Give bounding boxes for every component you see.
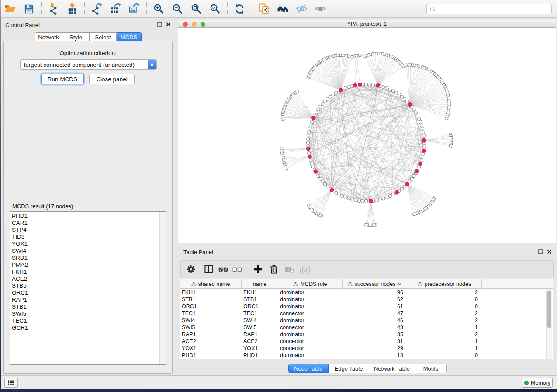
table-settings-icon[interactable] <box>185 263 197 275</box>
mcds-result-item[interactable]: SRD1 <box>10 254 166 261</box>
mcds-result-item[interactable]: TID3 <box>10 234 166 241</box>
column-header-name[interactable]: name <box>242 279 278 289</box>
table-toolbar: f(x) <box>180 260 554 278</box>
cell-shared-name: SWI5 <box>180 324 242 330</box>
mcds-result-item[interactable]: CAR1 <box>10 220 166 227</box>
save-session-icon[interactable] <box>22 2 37 17</box>
mcds-result-item[interactable]: SWI5 <box>10 310 166 317</box>
table-row[interactable]: FKH1FKH1dominator962 <box>180 289 553 296</box>
mcds-result-item[interactable]: PMA2 <box>10 261 166 268</box>
column-header-successor-nodes[interactable]: successor nodes <box>343 279 407 289</box>
close-panel-icon[interactable] <box>547 249 552 254</box>
tab-network[interactable]: Network <box>35 32 62 42</box>
mcds-result-item[interactable]: ORC1 <box>10 289 166 296</box>
table-row[interactable]: ORC1ORC1dominator610 <box>180 303 553 310</box>
cell-shared-name: RAP1 <box>180 331 242 337</box>
network-graph[interactable] <box>178 28 556 243</box>
search-box[interactable] <box>426 4 552 14</box>
mcds-result-item[interactable]: GCR1 <box>10 324 166 331</box>
table-row[interactable]: SWI5SWI5connector431 <box>180 324 553 331</box>
mcds-result-item[interactable]: PHD1 <box>10 213 166 220</box>
table-row[interactable]: STB1STB1dominator620 <box>180 296 553 303</box>
cell-name: TEC1 <box>242 310 278 316</box>
mcds-result-item[interactable]: ACE2 <box>10 275 166 282</box>
cell-predecessor-nodes: 1 <box>407 345 482 351</box>
node-table: shared namenameMCDS rolesuccessor nodesp… <box>180 279 553 359</box>
column-header-predecessor-nodes[interactable]: predecessor nodes <box>407 279 482 289</box>
column-header-MCDS-role[interactable]: MCDS role <box>278 279 343 289</box>
cell-predecessor-nodes: 1 <box>407 324 482 330</box>
tab-node-table[interactable]: Node Table <box>288 364 329 373</box>
mcds-result-list[interactable]: PHD1CAR1STP4TID3YOX1SWI4SRD1PMA2FKH1ACE2… <box>10 211 166 365</box>
close-panel-button[interactable]: Close panel <box>89 74 135 84</box>
mcds-result-item[interactable]: STP4 <box>10 227 166 234</box>
zoom-out-icon[interactable] <box>170 2 185 17</box>
mcds-result-item[interactable]: STB1 <box>10 303 166 310</box>
mcds-result-item[interactable]: FKH1 <box>10 268 166 275</box>
clone-network-icon[interactable] <box>257 2 272 17</box>
add-column-icon[interactable] <box>252 263 264 275</box>
table-row[interactable]: SWI4SWI4dominator462 <box>180 317 553 324</box>
export-network-icon[interactable] <box>90 2 104 17</box>
memory-button[interactable]: Memory <box>522 378 553 388</box>
first-neighbors-icon[interactable] <box>276 2 291 17</box>
zoom-in-icon[interactable] <box>152 2 166 17</box>
tab-motifs[interactable]: Motifs <box>415 364 447 373</box>
tab-style[interactable]: Style <box>62 32 90 42</box>
mcds-result-item[interactable]: STB5 <box>10 282 166 289</box>
control-panel: Control Panel NetworkStyleSelectMCDS Opt… <box>1 18 175 375</box>
cell-MCDS-role: dominator <box>278 331 343 337</box>
cytoscape-window: Control Panel NetworkStyleSelectMCDS Opt… <box>1 0 557 389</box>
split-panel-icon[interactable] <box>203 263 215 275</box>
export-table-icon[interactable] <box>108 2 123 17</box>
show-all-icon[interactable] <box>313 2 328 17</box>
task-history-button[interactable] <box>4 378 18 388</box>
cell-name: ACE2 <box>242 338 278 344</box>
float-panel-icon[interactable] <box>538 249 543 254</box>
cell-shared-name: FKH1 <box>180 289 242 296</box>
select-all-icon[interactable] <box>217 263 229 275</box>
status-bar: Memory <box>1 375 557 389</box>
mcds-result-item[interactable]: YOX1 <box>10 241 166 248</box>
tab-network-table[interactable]: Network Table <box>369 364 415 373</box>
cell-shared-name: PHD1 <box>180 352 242 358</box>
open-session-icon[interactable] <box>3 2 18 17</box>
table-row[interactable]: YOX1YOX1connector291 <box>180 345 553 352</box>
table-scrollbar[interactable] <box>546 289 552 359</box>
control-panel-title: Control Panel <box>5 22 40 28</box>
search-input[interactable] <box>436 5 551 14</box>
deselect-all-icon[interactable] <box>231 263 243 275</box>
export-image-icon[interactable] <box>127 2 142 17</box>
run-mcds-button[interactable]: Run MCDS <box>41 74 84 84</box>
cell-successor-nodes: 96 <box>343 289 407 296</box>
tab-select[interactable]: Select <box>90 32 117 42</box>
refresh-layout-icon[interactable] <box>232 2 247 17</box>
import-table-icon[interactable] <box>65 2 80 17</box>
zoom-fit-icon[interactable] <box>189 2 204 17</box>
tab-mcds[interactable]: MCDS <box>117 32 142 42</box>
close-panel-icon[interactable] <box>166 22 171 27</box>
float-panel-icon[interactable] <box>157 22 162 27</box>
mcds-result-item[interactable]: SWI4 <box>10 248 166 254</box>
cell-successor-nodes: 35 <box>343 331 407 337</box>
mcds-list-scrollbar[interactable] <box>159 212 166 364</box>
table-row[interactable]: PHD1PHD1dominator180 <box>180 352 553 359</box>
list-icon <box>7 380 15 386</box>
table-row[interactable]: RAP1RAP1dominator352 <box>180 331 553 338</box>
tab-edge-table[interactable]: Edge Table <box>329 364 369 373</box>
network-view-titlebar: YPA_prune.txt_1 <box>178 20 556 28</box>
cell-predecessor-nodes: 0 <box>407 296 482 303</box>
cell-shared-name: TEC1 <box>180 310 242 316</box>
mcds-result-item[interactable]: TEC1 <box>10 317 166 324</box>
criterion-select[interactable]: largest connected component (undirected) <box>20 59 157 70</box>
delete-column-icon[interactable] <box>268 263 280 275</box>
hide-selected-icon[interactable] <box>294 2 309 17</box>
cell-MCDS-role: connector <box>278 338 343 344</box>
mcds-result-item[interactable]: RAP1 <box>10 296 166 303</box>
import-network-icon[interactable] <box>46 2 61 17</box>
column-header-shared-name[interactable]: shared name <box>180 279 242 289</box>
zoom-selected-icon[interactable] <box>208 2 223 17</box>
table-row[interactable]: ACE2ACE2connector311 <box>180 338 553 345</box>
cell-MCDS-role: connector <box>278 345 343 351</box>
table-row[interactable]: TEC1TEC1connector472 <box>180 310 553 317</box>
